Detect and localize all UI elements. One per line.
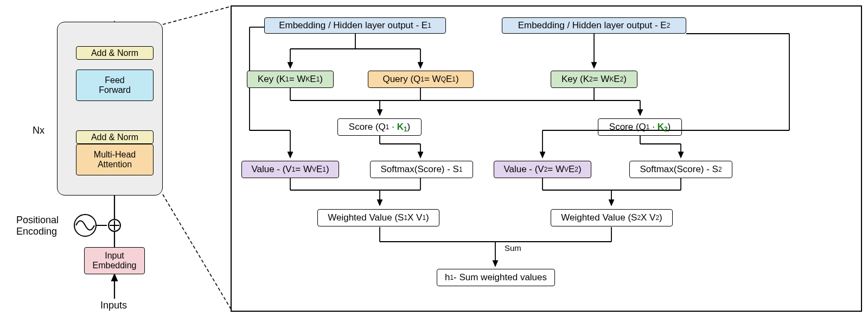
embedding-e2: Embedding / Hidden layer output - E2 — [502, 17, 686, 34]
positional-encoding-label: Positional Encoding — [16, 215, 59, 237]
score-1: Score (Q1 · K1) — [337, 118, 422, 136]
input-embedding: Input Embedding — [84, 247, 145, 274]
multi-head-attention: Multi-Head Attention — [76, 144, 154, 175]
svg-line-13 — [163, 194, 231, 308]
attention-detail-panel — [231, 5, 862, 312]
key-k2: Key (K2 = WKE2) — [551, 71, 637, 88]
diagram-canvas: Add & Norm Feed Forward Add & Norm Multi… — [0, 0, 868, 315]
svg-line-12 — [163, 7, 231, 24]
softmax-2: Softmax(Score) - S2 — [629, 161, 732, 178]
key-k1: Key (K1 = WKE1) — [247, 71, 334, 88]
nx-label: Nx — [33, 125, 44, 136]
weighted-value-2: Weighted Value (S2 X V2) — [551, 209, 673, 226]
svg-point-7 — [108, 219, 120, 231]
query-q1: Query (Q1 = WQE1) — [368, 71, 474, 88]
value-v1: Value - (V1 = WVE1) — [241, 161, 339, 178]
value-v2: Value - (V2 = WVE2) — [494, 161, 591, 178]
h1-output: h1 - Sum weighted values — [437, 269, 555, 286]
add-norm-top: Add & Norm — [76, 46, 154, 60]
embedding-e1: Embedding / Hidden layer output - E1 — [264, 17, 446, 34]
softmax-1: Softmax(Score) - S1 — [370, 161, 473, 178]
score-2: Score (Q1 · K2) — [598, 118, 682, 136]
weighted-value-1: Weighted Value (S1 X V1) — [317, 209, 439, 226]
svg-point-10 — [74, 215, 96, 236]
inputs-label: Inputs — [100, 300, 127, 311]
feed-forward: Feed Forward — [76, 70, 154, 101]
add-norm-bottom: Add & Norm — [76, 130, 154, 144]
sum-label: Sum — [505, 243, 521, 253]
